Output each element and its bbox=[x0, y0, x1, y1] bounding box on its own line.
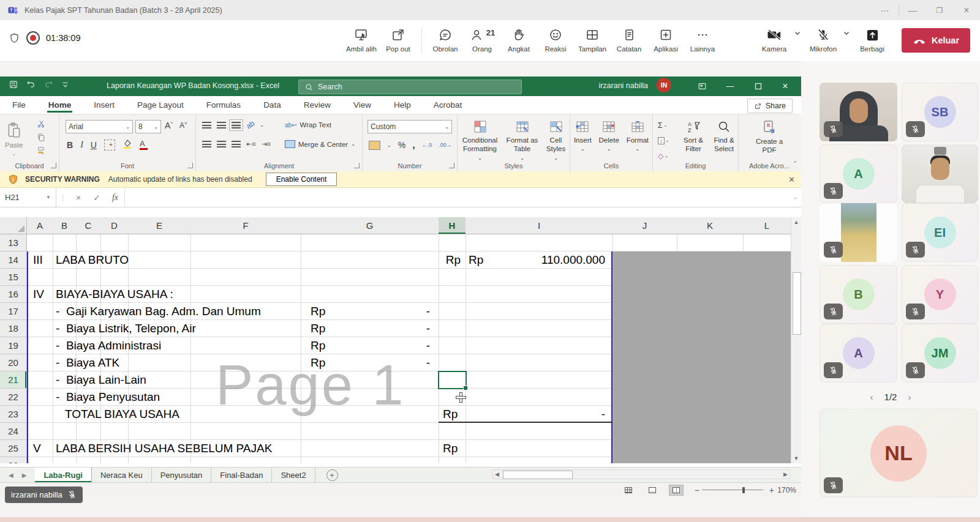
ribbon-tab-home[interactable]: Home bbox=[47, 97, 73, 113]
row-header-16[interactable]: 16 bbox=[0, 286, 27, 303]
cell-B19[interactable]: - Biaya Administrasi bbox=[56, 337, 161, 354]
cell-A25[interactable]: V bbox=[33, 440, 41, 457]
create-pdf-button[interactable]: Create a PDF bbox=[739, 116, 800, 155]
microphone-button[interactable]: Mikrofon bbox=[805, 24, 851, 55]
quick-access-chevron-icon[interactable] bbox=[61, 81, 69, 89]
collapse-ribbon-icon[interactable]: ⌃ bbox=[793, 160, 797, 166]
enable-content-button[interactable]: Enable Content bbox=[266, 173, 337, 186]
scroll-down-icon[interactable]: ▼ bbox=[791, 455, 801, 461]
ribbon-tab-formulas[interactable]: Formulas bbox=[205, 97, 242, 113]
comma-style-icon[interactable]: , bbox=[412, 140, 415, 151]
increase-indent-icon[interactable]: ⇥≡ bbox=[262, 140, 271, 148]
column-header-G[interactable]: G bbox=[301, 217, 439, 234]
ribbon-tab-help[interactable]: Help bbox=[393, 97, 412, 113]
wrap-text-button[interactable]: ab↩ Wrap Text bbox=[285, 121, 331, 129]
column-header-I[interactable]: I bbox=[466, 217, 613, 234]
window-minimize-icon[interactable]: — bbox=[899, 6, 926, 15]
cell-B18[interactable]: - Biaya Listrik, Telepon, Air bbox=[56, 320, 196, 337]
zoom-slider-thumb[interactable] bbox=[742, 487, 745, 493]
paste-button[interactable]: Paste ⌄ bbox=[5, 117, 23, 157]
zoom-out-icon[interactable]: − bbox=[695, 485, 699, 495]
row-header-25[interactable]: 25 bbox=[0, 440, 27, 457]
clipboard-dialog-launcher-icon[interactable] bbox=[51, 163, 56, 168]
alignment-dialog-launcher-icon[interactable] bbox=[354, 163, 360, 168]
cell-G17[interactable]: - bbox=[301, 303, 439, 320]
window-close-icon[interactable]: × bbox=[953, 5, 980, 16]
toolbar-button-reaksi[interactable]: Reaksi bbox=[537, 24, 574, 55]
fill-color-icon[interactable] bbox=[123, 139, 132, 151]
toolbar-button-tampilan[interactable]: Tampilan bbox=[574, 24, 611, 55]
cell-B23[interactable]: TOTAL BIAYA USAHA bbox=[65, 406, 179, 423]
name-box[interactable]: H21 ▼ bbox=[0, 188, 56, 207]
zoom-in-icon[interactable]: + bbox=[769, 485, 774, 495]
sheet-tab-penyusutan[interactable]: Penyusutan bbox=[152, 468, 212, 482]
sheet-grid[interactable]: ABCDEFGHIJKL Page 1 1314IIILABA BRUTORpR… bbox=[0, 217, 791, 463]
cell-G18[interactable]: - bbox=[301, 320, 439, 337]
format-painter-icon[interactable] bbox=[37, 146, 46, 155]
toolbar-button-ambil-alih[interactable]: Ambil alih bbox=[343, 24, 380, 55]
font-dialog-launcher-icon[interactable] bbox=[187, 163, 193, 168]
search-box[interactable]: Search bbox=[298, 80, 522, 94]
cell-I14[interactable]: 110.000.000 bbox=[466, 252, 612, 269]
grow-font-icon[interactable]: A^ bbox=[165, 121, 173, 130]
underline-button[interactable]: U bbox=[91, 140, 97, 150]
warning-close-icon[interactable]: ✕ bbox=[788, 175, 795, 184]
align-center-icon[interactable] bbox=[217, 141, 226, 147]
participants-next-icon[interactable]: › bbox=[908, 392, 911, 402]
percent-style-icon[interactable]: % bbox=[398, 140, 405, 150]
sheet-tab-sheet2[interactable]: Sheet2 bbox=[272, 468, 315, 482]
normal-view-icon[interactable] bbox=[621, 485, 636, 496]
toolbar-button-angkat[interactable]: Angkat bbox=[500, 24, 537, 55]
vertical-scroll-thumb[interactable] bbox=[793, 272, 801, 335]
merge-center-button[interactable]: Merge & Center ⌄ bbox=[285, 140, 355, 148]
row-header-18[interactable]: 18 bbox=[0, 320, 27, 337]
toolbar-button-aplikasi[interactable]: Aplikasi bbox=[647, 24, 684, 55]
select-all-corner[interactable] bbox=[0, 217, 27, 234]
share-workbook-button[interactable]: Share bbox=[747, 99, 793, 113]
cell-A16[interactable]: IV bbox=[33, 286, 44, 303]
fill-button[interactable]: ↓⌄ bbox=[658, 135, 669, 147]
horizontal-scroll-thumb[interactable] bbox=[503, 471, 573, 479]
user-avatar[interactable]: IN bbox=[657, 78, 671, 92]
participant-tile-video-speaker[interactable] bbox=[902, 144, 978, 203]
row-header-15[interactable]: 15 bbox=[0, 269, 27, 286]
vertical-scrollbar[interactable]: ▲ ▼ bbox=[791, 217, 801, 463]
increase-decimal-icon[interactable]: ←.0 bbox=[422, 142, 432, 148]
column-header-E[interactable]: E bbox=[128, 217, 191, 234]
accounting-format-icon[interactable] bbox=[369, 141, 380, 150]
cell-G19[interactable]: - bbox=[301, 337, 439, 354]
ribbon-tab-review[interactable]: Review bbox=[303, 97, 332, 113]
hscroll-right-icon[interactable]: ▶ bbox=[783, 471, 788, 477]
undo-icon[interactable] bbox=[26, 80, 36, 89]
autosum-button[interactable]: Σ⌄ bbox=[658, 119, 669, 132]
number-dialog-launcher-icon[interactable] bbox=[449, 163, 454, 168]
column-header-D[interactable]: D bbox=[100, 217, 129, 234]
cell-B22[interactable]: - Biaya Penyusutan bbox=[56, 389, 160, 406]
cell-H14[interactable]: Rp bbox=[439, 252, 466, 269]
ribbon-tab-acrobat[interactable]: Acrobat bbox=[432, 97, 464, 113]
leave-button[interactable]: Keluar bbox=[902, 28, 970, 53]
cell-B20[interactable]: - Biaya ATK bbox=[56, 354, 119, 371]
camera-button[interactable]: Kamera bbox=[756, 24, 802, 55]
save-icon[interactable] bbox=[9, 80, 18, 89]
column-header-C[interactable]: C bbox=[76, 217, 101, 234]
excel-close-icon[interactable]: × bbox=[773, 76, 797, 96]
zoom-slider[interactable] bbox=[702, 490, 763, 490]
italic-button[interactable]: I bbox=[80, 140, 83, 150]
new-sheet-icon[interactable]: + bbox=[326, 469, 338, 481]
cell-B16[interactable]: BIAYA-BIAYA USAHA : bbox=[56, 286, 173, 303]
column-header-A[interactable]: A bbox=[27, 217, 53, 234]
font-size-select[interactable]: 8⌄ bbox=[135, 120, 161, 133]
find-select-button[interactable]: Find & Select bbox=[710, 114, 737, 154]
camera-chevron-icon[interactable] bbox=[794, 28, 801, 39]
cell-B21[interactable]: - Biaya Lain-Lain bbox=[56, 371, 146, 389]
column-header-L[interactable]: L bbox=[743, 217, 791, 234]
column-header-J[interactable]: J bbox=[612, 217, 677, 234]
participant-tile-y[interactable]: Y bbox=[902, 265, 978, 324]
formula-input[interactable] bbox=[124, 188, 793, 207]
row-header-17[interactable]: 17 bbox=[0, 303, 27, 320]
column-header-K[interactable]: K bbox=[677, 217, 744, 234]
cell-I23[interactable]: - bbox=[466, 406, 612, 423]
number-format-select[interactable]: Custom⌄ bbox=[368, 120, 452, 133]
cell-H25[interactable]: Rp bbox=[443, 440, 458, 457]
